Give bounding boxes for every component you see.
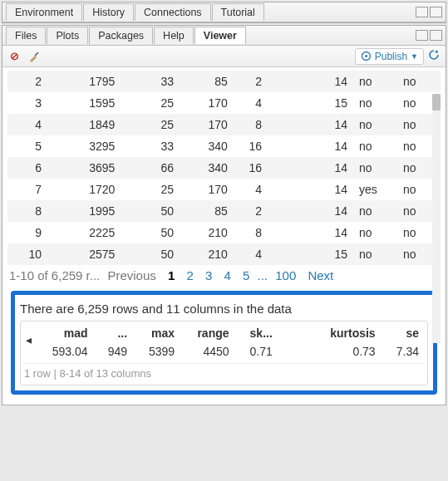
stats-value: 7.34: [382, 341, 426, 361]
dropdown-caret-icon: ▼: [411, 52, 418, 61]
refresh-icon[interactable]: [427, 48, 441, 64]
publish-button[interactable]: Publish ▼: [355, 48, 424, 65]
maximize-icon[interactable]: [430, 30, 442, 41]
summary-info: There are 6,259 rows and 11 columns in t…: [20, 302, 428, 316]
tab-viewer[interactable]: Viewer: [194, 27, 246, 44]
tab-packages[interactable]: Packages: [89, 27, 153, 44]
cell: 2: [7, 71, 47, 92]
scrollbar[interactable]: [432, 94, 441, 343]
broom-icon[interactable]: [27, 50, 41, 63]
cell: 50: [120, 243, 179, 265]
pager-next[interactable]: Next: [303, 268, 337, 282]
pager-summary: 1-10 of 6,259 r...: [9, 268, 100, 282]
stats-col-header: ...: [95, 325, 135, 341]
cell: 9: [7, 222, 47, 243]
cell: 2575: [47, 243, 120, 265]
cell: 16: [233, 157, 267, 179]
cell: 8: [7, 200, 47, 222]
tab-tutorial[interactable]: Tutorial: [212, 3, 264, 21]
cell: 210: [179, 243, 233, 265]
cell: 1595: [47, 92, 120, 114]
cell: 1849: [47, 114, 120, 135]
cell: 14: [267, 157, 352, 179]
cell: 3: [7, 92, 47, 114]
cell: 2: [233, 71, 267, 92]
cell: no: [352, 157, 396, 179]
table-row: 10257550210415nono: [7, 243, 441, 265]
table-row: 9222550210814nono: [7, 222, 441, 243]
tab-environment[interactable]: Environment: [6, 3, 82, 21]
pager-last[interactable]: 100: [271, 268, 300, 282]
cell: 170: [179, 114, 233, 135]
cell: 4: [233, 179, 267, 200]
cell: 4: [233, 243, 267, 265]
table-row: 7172025170414yesno: [7, 179, 441, 200]
cell: no: [352, 114, 396, 135]
cell: 1795: [47, 71, 120, 92]
tab-connections[interactable]: Connections: [135, 3, 211, 21]
minimize-icon[interactable]: [416, 7, 428, 17]
pager-page-4[interactable]: 4: [220, 268, 235, 282]
cell: no: [396, 71, 441, 92]
cell: no: [352, 200, 396, 222]
cell: 25: [120, 92, 179, 114]
remove-icon[interactable]: ⊘: [7, 50, 21, 63]
maximize-icon[interactable]: [430, 7, 442, 17]
cell: 340: [179, 135, 233, 157]
cell: 170: [179, 179, 233, 200]
table-row: 53295333401614nono: [7, 135, 441, 157]
table-row: 3159525170415nono: [7, 92, 441, 114]
cell: no: [352, 92, 396, 114]
stats-value: 0.73: [279, 341, 382, 361]
publish-label: Publish: [375, 51, 407, 62]
cell: 14: [267, 200, 352, 222]
cell: 66: [120, 157, 179, 179]
summary-footer: 1 row | 8-14 of 13 columns: [22, 363, 426, 383]
cell: 25: [120, 179, 179, 200]
cell: no: [352, 71, 396, 92]
minimize-icon[interactable]: [416, 30, 428, 41]
table-row: 819955085214nono: [7, 200, 441, 222]
stats-col-header: kurtosis: [279, 325, 382, 341]
cell: 210: [179, 222, 233, 243]
stats-value: 4450: [181, 341, 235, 361]
tab-history[interactable]: History: [83, 3, 134, 21]
stats-value: 0.71: [236, 341, 279, 361]
pager-page-5[interactable]: 5: [239, 268, 254, 282]
tab-files[interactable]: Files: [6, 27, 46, 44]
summary-highlight: There are 6,259 rows and 11 columns in t…: [11, 291, 437, 395]
cell: 4: [233, 92, 267, 114]
cell: 50: [120, 200, 179, 222]
stats-value: 5399: [134, 341, 181, 361]
cell: 3295: [47, 135, 120, 157]
cell: no: [352, 243, 396, 265]
cell: 14: [267, 222, 352, 243]
stats-value: 949: [95, 341, 135, 361]
tab-plots[interactable]: Plots: [47, 27, 88, 44]
pager-prev[interactable]: Previous: [103, 268, 160, 282]
scrollbar-thumb[interactable]: [432, 94, 441, 110]
cell: yes: [352, 179, 396, 200]
pager-page-1[interactable]: 1: [164, 268, 179, 282]
svg-point-2: [365, 55, 367, 57]
pager-page-3[interactable]: 3: [201, 268, 216, 282]
cell: 2: [233, 200, 267, 222]
cell: 3695: [47, 157, 120, 179]
table-row: 4184925170814nono: [7, 114, 441, 135]
cell: 14: [267, 114, 352, 135]
cell: 33: [120, 71, 179, 92]
cell: 15: [267, 92, 352, 114]
table-row: 217953385214nono: [7, 71, 441, 92]
cell: 33: [120, 135, 179, 157]
expand-caret-icon[interactable]: ◂: [22, 325, 35, 346]
data-table: 217953385214nono3159525170415nono4184925…: [7, 71, 441, 265]
cell: 8: [233, 114, 267, 135]
pager-page-2[interactable]: 2: [182, 268, 197, 282]
cell: 25: [120, 114, 179, 135]
tab-help[interactable]: Help: [154, 27, 194, 44]
cell: no: [352, 135, 396, 157]
cell: 1720: [47, 179, 120, 200]
pager: 1-10 of 6,259 r... Previous 1 2 3 4 5 ..…: [7, 265, 441, 286]
stats-col-header: se: [382, 325, 426, 341]
cell: 14: [267, 71, 352, 92]
